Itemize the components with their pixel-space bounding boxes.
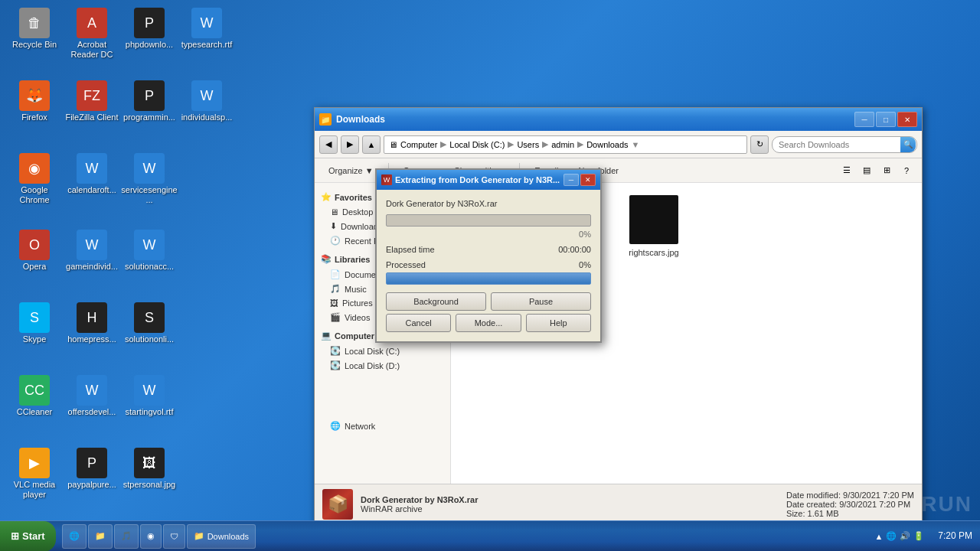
mode-button[interactable]: Mode... [456,314,521,332]
startingvol-icon-image: W [134,375,165,406]
winamp-icon: 🎵 [121,531,132,541]
homepress-label: homepress... [64,334,120,344]
sidebar-item-network[interactable]: 🌐 Network [315,419,450,433]
gameindivid-label: gameindivid... [64,262,120,272]
winrar-minimize-button[interactable]: ─ [564,174,579,186]
background-button[interactable]: Background [386,292,486,311]
desktop-icon-opera[interactable]: OOpera [6,230,63,272]
libraries-icon: 📚 [321,254,332,264]
status-date-created: Date created: 9/30/2021 7:20 PM [786,500,914,509]
desktop-icon-startingvol[interactable]: Wstartingvol.rtf [121,375,178,417]
tray-arrow[interactable]: ▲ [874,532,883,541]
main-progress-bar-container [386,214,591,227]
taskbar-app-downloads[interactable]: 📁 Downloads [187,524,256,549]
recycle-bin-icon-image: 🗑 [19,8,50,38]
maximize-button[interactable]: □ [876,112,896,127]
desktop-icon-chrome[interactable]: ◉Google Chrome [6,153,63,205]
desktop-icon-solutiononl[interactable]: Ssolutiononli... [121,302,178,344]
programming-icon-image: P [134,80,165,111]
back-button[interactable]: ◀ [319,135,338,154]
elapsed-time-value: 00:00:00 [558,245,591,254]
cancel-button[interactable]: Cancel [386,314,451,332]
tray-volume-icon[interactable]: 🔊 [900,531,910,541]
desktop-icon-typesearch[interactable]: Wtypesearch.rtf [178,8,235,50]
desktop-icon-stpersonal[interactable]: 🖼stpersonal.jpg [121,448,178,490]
desktop-icon-offersdevel[interactable]: Woffersdevel... [64,375,120,417]
help-button[interactable]: Help [526,314,591,332]
forward-button[interactable]: ▶ [341,135,359,154]
start-button[interactable]: ⊞ Start [0,521,56,552]
desktop-icon-calendaroft[interactable]: Wcalendaroft... [64,153,120,195]
desktop-icon-individualsp[interactable]: Windividualsp... [178,80,235,122]
solutiononl-icon-image: S [134,302,165,333]
address-path[interactable]: 🖥 Computer ▶ Local Disk (C:) ▶ Users ▶ a… [384,135,747,154]
downloads-taskbar-icon: 📁 [194,531,204,541]
desktop-icon-skype[interactable]: SSkype [6,302,63,344]
file-item-rightscars[interactable]: rightscars.jpg [619,191,688,274]
desktop-icon-phpdownlo[interactable]: Pphpdownlo... [121,8,178,50]
desktop-icon-serviceseng[interactable]: Wservicesengine... [121,153,178,205]
taskbar-app-explorer[interactable]: 📁 [88,524,113,549]
music-icon-sm: 🎵 [330,284,341,294]
view-controls: ☰ ▤ ⊞ ? [838,161,916,180]
elapsed-time-row: Elapsed time 00:00:00 [386,245,591,254]
tray-battery-icon[interactable]: 🔋 [913,531,924,541]
organize-button[interactable]: Organize ▼ [321,161,381,181]
up-button[interactable]: ▲ [362,135,381,154]
list-view-button[interactable]: ☰ [838,161,856,180]
processed-pct: 0% [579,260,591,269]
winrar-dialog-controls: ─ ✕ [564,174,596,186]
skype-label: Skype [6,334,63,344]
winrar-dialog-body: Dork Generator by N3RoX.rar 0% Elapsed t… [377,190,600,341]
desktop-icon-recycle-bin[interactable]: 🗑Recycle Bin [6,8,63,50]
desktop-icon-paypalpur[interactable]: Ppaypalpure... [64,448,120,490]
network-icon: 🌐 [330,421,341,431]
path-computer: Computer [400,140,437,149]
taskbar-app-chrome-taskbar[interactable]: ◉ [140,524,162,549]
desktop-icon-ccleaner[interactable]: CCCCleaner [6,375,63,417]
help-view-button[interactable]: ? [897,161,916,180]
chrome-icon-image: ◉ [19,153,50,184]
file-explorer-title-icon: 📁 [319,113,332,126]
taskbar-app-winamp[interactable]: 🎵 [114,524,139,549]
sidebar-item-local-c[interactable]: 💽 Local Disk (C:) [315,344,450,358]
status-filename: Dork Generator by N3RoX.rar [361,495,478,504]
status-file-icon: 📦 [322,489,353,520]
desktop-icon-solutionacc[interactable]: Wsolutionacc... [121,230,178,272]
main-progress-label: 0% [386,230,591,239]
close-button[interactable]: ✕ [897,112,917,127]
desktop-icon-acrobat[interactable]: AAcrobat Reader DC [64,8,120,60]
tray-network-icon[interactable]: 🌐 [886,531,897,541]
winrar-dialog: W Extracting from Dork Generator by N3R.… [375,168,602,343]
individualsp-icon-image: W [191,80,222,111]
winrar-icon: W [381,174,392,185]
taskbar-app-security[interactable]: 🛡 [163,524,185,549]
desktop-icon-programming[interactable]: Pprogrammin... [121,80,178,122]
path-icon: 🖥 [389,140,397,149]
desktop-icon-filezilla[interactable]: FZFileZilla Client [64,80,120,122]
winrar-close-button[interactable]: ✕ [580,174,596,186]
desktop-icon-vlc[interactable]: ▶VLC media player [6,448,63,500]
sidebar-item-local-d[interactable]: 💽 Local Disk (D:) [315,358,450,373]
system-clock[interactable]: 7:20 PM [930,530,980,543]
disk-d-icon: 💽 [330,360,341,370]
search-input[interactable] [772,136,917,153]
details-view-button[interactable]: ▤ [858,161,876,180]
icons-view-button[interactable]: ⊞ [877,161,896,180]
status-size: Size: 1.61 MB [786,509,914,518]
favorites-icon: ⭐ [321,192,332,202]
desktop-icon-firefox[interactable]: 🦊Firefox [6,80,63,122]
desktop-icon-homepress[interactable]: Hhomepress... [64,302,120,344]
taskbar-app-ie[interactable]: 🌐 [62,524,87,549]
winrar-filename: Dork Generator by N3RoX.rar [386,199,591,208]
winrar-dialog-titlebar: W Extracting from Dork Generator by N3R.… [377,170,600,190]
chrome-label: Google Chrome [6,185,63,205]
desktop-icon-gameindivid[interactable]: Wgameindivid... [64,230,120,272]
search-button[interactable]: 🔍 [900,137,916,152]
minimize-button[interactable]: ─ [854,112,874,127]
taskbar: ⊞ Start 🌐 📁 🎵 ◉ 🛡 📁 Downloads ▲ 🌐 🔊 🔋 7:… [0,520,980,551]
calendaroft-icon-image: W [77,153,107,184]
refresh-button[interactable]: ↻ [750,135,769,154]
pause-button[interactable]: Pause [491,292,591,311]
acrobat-label: Acrobat Reader DC [64,40,120,60]
